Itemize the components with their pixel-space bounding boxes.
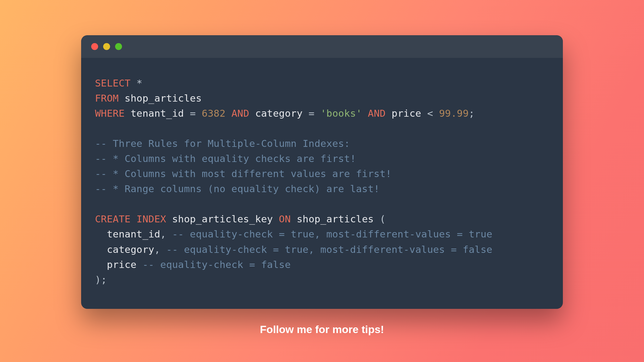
code-token-plain <box>160 244 166 255</box>
minimize-icon[interactable] <box>103 43 110 50</box>
code-token-punct: ; <box>101 274 107 285</box>
code-token-punct: ) <box>95 274 101 285</box>
code-token-number: 6382 <box>202 108 225 119</box>
code-block: SELECT * FROM shop_articles WHERE tenant… <box>81 58 563 287</box>
code-window: SELECT * FROM shop_articles WHERE tenant… <box>81 35 563 309</box>
footer-text: Follow me for more tips! <box>0 323 644 336</box>
code-token-plain <box>433 108 439 119</box>
code-token-keyword: CREATE <box>95 213 130 225</box>
code-token-punct: ( <box>380 213 386 225</box>
code-token-plain: price <box>386 108 427 119</box>
background: SELECT * FROM shop_articles WHERE tenant… <box>0 0 644 362</box>
close-icon[interactable] <box>91 43 98 50</box>
zoom-icon[interactable] <box>115 43 122 50</box>
code-token-keyword: INDEX <box>136 213 166 225</box>
code-token-punct: < <box>427 108 433 119</box>
code-token-plain: category <box>95 244 154 255</box>
code-token-keyword: AND <box>231 108 249 119</box>
code-token-comment: -- * Columns with most different values … <box>95 168 391 179</box>
code-token-string: 'books' <box>320 108 362 119</box>
code-token-comment: -- equality-check = true, most-different… <box>166 244 492 255</box>
code-token-punct: ; <box>469 108 475 119</box>
code-token-plain: shop_articles_key <box>166 213 279 225</box>
code-token-plain <box>362 108 368 119</box>
code-token-punct: , <box>160 228 166 240</box>
code-token-plain <box>314 108 320 119</box>
code-token-plain: price <box>95 259 142 270</box>
code-token-plain <box>196 108 202 119</box>
code-token-keyword: WHERE <box>95 108 125 119</box>
code-token-plain: shop_articles <box>291 213 380 225</box>
code-token-plain: tenant_id <box>95 228 160 240</box>
code-token-punct: * <box>136 77 142 89</box>
code-token-comment: -- * Range columns (no equality check) a… <box>95 183 380 194</box>
code-token-keyword: FROM <box>95 92 119 104</box>
code-token-plain: tenant_id <box>125 108 190 119</box>
code-token-plain: shop_articles <box>119 92 202 104</box>
code-token-keyword: SELECT <box>95 77 130 89</box>
code-token-punct: , <box>154 244 160 255</box>
window-titlebar <box>81 35 563 58</box>
code-token-punct: = <box>308 108 314 119</box>
code-token-plain: category <box>249 108 309 119</box>
code-token-comment: -- equality-check = false <box>142 259 291 270</box>
code-token-plain <box>130 77 136 89</box>
code-token-punct: = <box>190 108 196 119</box>
code-token-plain <box>225 108 231 119</box>
code-token-comment: -- equality-check = true, most-different… <box>172 228 492 240</box>
code-token-number: 99.99 <box>439 108 469 119</box>
code-token-comment: -- Three Rules for Multiple-Column Index… <box>95 138 350 149</box>
code-token-keyword: AND <box>368 108 386 119</box>
code-token-keyword: ON <box>279 213 291 225</box>
code-token-comment: -- * Columns with equality checks are fi… <box>95 153 356 164</box>
code-token-plain <box>130 213 136 225</box>
code-token-plain <box>166 228 172 240</box>
